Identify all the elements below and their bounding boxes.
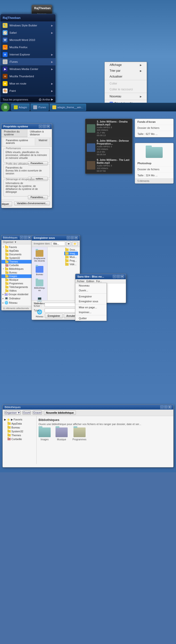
tree-corbeille[interactable]: Corbeille [2, 264, 33, 267]
music-item-2[interactable]: 9. John Williams - The Last Battle.mp3 A… [85, 157, 132, 174]
all-programs-btn[interactable]: Tous les programmes [3, 98, 28, 101]
start-menu-item-7[interactable]: ✉ Mozilla Thunderbird [0, 73, 56, 80]
tab-materiel[interactable]: Matériel [36, 138, 50, 145]
bot-tree-corbeille[interactable]: Corbeille [3, 437, 36, 441]
context-actualiser[interactable]: Actualiser [105, 74, 147, 80]
menu-mise-en-page[interactable]: Mise en page... [75, 305, 106, 310]
exp-bot-min[interactable]: − [160, 406, 164, 409]
tree-images[interactable]: Images [2, 274, 33, 278]
save-close-btn[interactable]: ✕ [74, 236, 78, 240]
tree-system32[interactable]: System32 [2, 256, 33, 260]
save-right-1[interactable]: Imag... [64, 252, 78, 255]
save-right-4[interactable]: Vidé... [64, 262, 78, 266]
wordpad-min-btn[interactable]: − [113, 275, 116, 278]
apply-btn[interactable]: Appliquer [1, 202, 12, 206]
lib-folder-images[interactable]: Images [39, 428, 51, 441]
menu-format[interactable]: For... [96, 280, 102, 283]
shutdown-btn[interactable]: ⏻ Arrêter ▶ [39, 98, 53, 101]
close-btn[interactable]: ✕ [47, 125, 50, 128]
tree-telechargements[interactable]: Téléchargements [2, 285, 33, 289]
menu-edition[interactable]: Edition [87, 280, 94, 283]
bot-tree-bureau[interactable]: Bureau [3, 426, 36, 430]
start-menu-item-0[interactable]: 🔧 Windows Style Builder ▶ [0, 22, 56, 29]
tree-favoris[interactable]: ▼ Favoris [2, 245, 33, 249]
context-trier[interactable]: Trier par ▶ [105, 68, 147, 74]
lib-folder-programmes[interactable]: Programmes [73, 428, 86, 441]
taskbar-btn-itunes[interactable]: iTunes [31, 104, 49, 111]
graver-btn[interactable]: Graver [33, 411, 42, 415]
menu-nouveau[interactable]: Nouveau [75, 283, 106, 288]
maximize-btn[interactable]: □ [43, 125, 46, 128]
tree-bureau[interactable]: Bureau [2, 271, 33, 274]
tree-bibliotheques[interactable]: ▼ Bibliothèques [2, 267, 33, 271]
taskbar-btn-adagio-theme[interactable]: adagio_theme__win... [50, 104, 86, 111]
filename-input[interactable] [45, 303, 78, 307]
tree-videos[interactable]: Vidéos [2, 289, 33, 292]
start-menu-item-6[interactable]: ▶ Windows Media Center ▶ [0, 66, 56, 73]
library-info: Ouvre une bibliothèque pour afficher vos… [39, 423, 171, 426]
taskbar-btn-adagio[interactable]: Adagio [11, 104, 30, 111]
save-right-2[interactable]: Musi... [64, 255, 78, 259]
menu-fichier[interactable]: Fichier [77, 280, 85, 283]
menu-quitter[interactable]: Quitter [75, 316, 106, 321]
save-right-0[interactable]: Doss... [64, 248, 78, 252]
filetype-input[interactable] [45, 308, 78, 312]
tab-ordinateur[interactable]: Paramètres système avancés [4, 138, 35, 146]
exp-bot-max[interactable]: □ [164, 406, 167, 409]
save-toolbar-btn1[interactable]: ⬅ [66, 242, 71, 246]
save-max-btn[interactable]: □ [71, 236, 74, 240]
wordpad-close-btn[interactable]: ✕ [120, 275, 124, 278]
start-menu-item-5[interactable]: ♪ iTunes ▶ [0, 58, 56, 66]
minimize-btn[interactable]: − [39, 125, 42, 128]
tab-utilisation[interactable]: Utilisation à distance [27, 129, 52, 137]
tree-musique[interactable]: Musique [2, 278, 33, 282]
music-item-1[interactable]: 6. John Williams - Defense Preparation..… [85, 138, 132, 157]
start-menu-item-3[interactable]: 🦊 Mozilla Firefox [0, 44, 56, 51]
save-new-folder-btn[interactable]: 📁 [72, 242, 78, 246]
save-emplacements[interactable]: Emplacements récents [33, 249, 46, 263]
start-button[interactable]: ⊞ [1, 103, 10, 112]
exp-max-btn[interactable]: □ [24, 236, 27, 239]
context-nouveau[interactable]: Nouveau ▶ [105, 94, 147, 99]
menu-enregistrer-sous[interactable]: Enregistrer sous [75, 299, 106, 304]
start-menu-item-8[interactable]: ★ Mise en route ▶ [0, 80, 56, 87]
start-menu-item-2[interactable]: W Microsoft Word 2010 [0, 36, 56, 44]
tree-appdata[interactable]: AppData [2, 249, 33, 252]
context-affichage[interactable]: Affichage ▶ [105, 62, 147, 68]
save-right-3[interactable]: Prog... [64, 259, 78, 262]
save-btn[interactable]: Enregistrer [45, 314, 63, 318]
tree-ordinateur[interactable]: ▶ 💻 Ordinateur [2, 296, 33, 300]
tree-programmes[interactable]: Programmes [2, 282, 33, 285]
env-vars-btn[interactable]: Variables d'environnement... [14, 201, 50, 206]
start-menu-item-9[interactable]: 🎨 Paint ▶ [0, 87, 56, 94]
menu-enregistrer[interactable]: Enregistrer [75, 294, 106, 299]
save-bibliotheques[interactable]: Bibliothèques [33, 278, 46, 292]
expand-icon: ▼ [3, 246, 4, 248]
menu-ouvrir[interactable]: Ouvrir... [75, 288, 106, 293]
startup-settings-btn[interactable]: Paramètres... [28, 195, 48, 199]
tab-protection[interactable]: Protection du système [2, 129, 27, 137]
start-menu-item-4[interactable]: e Internet Explorer ▶ [0, 51, 56, 58]
ouvrir-btn[interactable]: Ouvrir [23, 411, 31, 415]
save-min-btn[interactable]: − [67, 236, 70, 240]
wordpad-max-btn[interactable]: □ [117, 275, 120, 278]
start-menu-item-1[interactable]: 🧭 Safari ▶ [0, 29, 56, 36]
tree-reseau[interactable]: ▶ 🌐 Réseau [2, 300, 33, 305]
bot-tree-appdata[interactable]: AppData [3, 422, 36, 426]
exp-close-btn[interactable]: ✕ [28, 236, 31, 239]
exp-min-btn[interactable]: − [20, 236, 23, 239]
bot-tree-favoris[interactable]: ▶ ⭐ ▶ Favoris [3, 418, 36, 422]
save-location-dropdown[interactable]: Bib... [52, 242, 65, 246]
tree-groupe[interactable]: ▶ Groupe résidentiel [2, 292, 33, 296]
lib-folder-musique[interactable]: Musique [56, 428, 68, 441]
tree-documents[interactable]: Documents [2, 252, 33, 256]
organiser-btn[interactable]: Organiser ▼ [5, 411, 21, 415]
bot-tree-themes[interactable]: Themes [3, 433, 36, 437]
bot-tree-system32[interactable]: System32 [3, 430, 36, 433]
exp-bot-close[interactable]: ✕ [168, 406, 171, 409]
tree-themes[interactable]: Themes [2, 260, 33, 264]
save-bureau[interactable]: Bureau [33, 265, 46, 276]
new-library-btn[interactable]: Nouvelle bibliothèque [44, 410, 76, 415]
music-item-0[interactable]: 3. John Williams - Omaha Beach.mp3 Audio… [85, 119, 132, 138]
menu-imprimer[interactable]: Imprimer... [75, 310, 106, 314]
